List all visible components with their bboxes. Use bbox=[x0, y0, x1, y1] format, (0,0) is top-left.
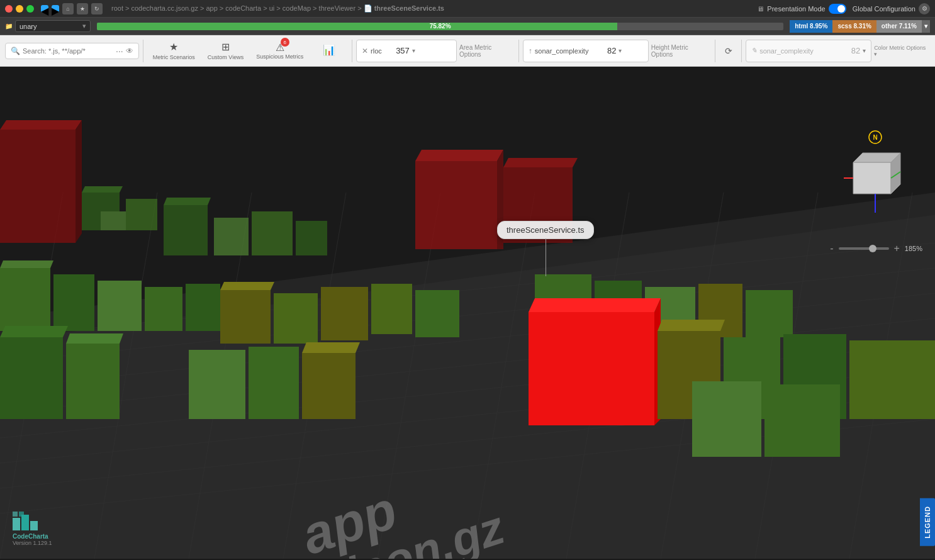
maximize-button[interactable] bbox=[26, 5, 34, 13]
svg-marker-25 bbox=[82, 186, 123, 193]
home-button[interactable]: ⌂ bbox=[62, 3, 74, 14]
color-metric-options-label[interactable]: Color Metric Options ▾ bbox=[873, 45, 930, 57]
back-button[interactable]: ◀ bbox=[41, 5, 48, 13]
search-settings-icon[interactable]: 👁 bbox=[126, 47, 133, 55]
file-selector-arrow-icon: ▾ bbox=[82, 22, 86, 30]
chart-button[interactable]: 📊 bbox=[310, 42, 348, 60]
presentation-mode-label: Presentation Mode bbox=[767, 5, 825, 13]
logo-title: CodeCharta bbox=[13, 533, 52, 540]
svg-marker-58 bbox=[66, 333, 123, 344]
progress-track: 75.82% bbox=[97, 23, 783, 30]
svg-rect-54 bbox=[746, 290, 793, 337]
node-tooltip: threeSceneService.ts bbox=[497, 221, 594, 239]
viewport: app ta.cc.json.gz threeSceneService.ts N bbox=[0, 67, 935, 559]
city-map[interactable]: app ta.cc.json.gz bbox=[0, 67, 935, 559]
top-right-controls: 🖥 Presentation Mode Global Configuration… bbox=[757, 3, 930, 14]
bookmark-button[interactable]: ★ bbox=[77, 3, 88, 14]
zoom-slider[interactable] bbox=[839, 247, 889, 250]
svg-rect-72 bbox=[764, 384, 840, 457]
search-options-icon[interactable]: ··· bbox=[116, 46, 123, 56]
file-selector[interactable]: unary ▾ bbox=[15, 20, 91, 32]
toolbar-separator-2 bbox=[352, 40, 352, 62]
svg-marker-39 bbox=[0, 260, 53, 268]
area-metric-name: rloc bbox=[371, 47, 382, 55]
area-metric-options-label[interactable]: Area Metric Options bbox=[458, 44, 515, 58]
chart-icon: 📊 bbox=[323, 44, 335, 56]
svg-rect-40 bbox=[53, 274, 94, 331]
refresh-nav-button[interactable]: ↻ bbox=[91, 3, 103, 14]
svg-marker-64 bbox=[529, 298, 661, 312]
file-badges: html 8.95% scss 8.31% other 7.11% ▾ bbox=[790, 20, 930, 33]
html-badge[interactable]: html 8.95% bbox=[790, 20, 832, 33]
codecharta-logo: CodeCharta Version 1.129.1 bbox=[13, 512, 52, 546]
custom-views-button[interactable]: ⊞ Custom Views bbox=[202, 38, 250, 63]
svg-marker-45 bbox=[220, 282, 274, 290]
suspicious-metrics-label: Suspicious Metrics bbox=[256, 53, 303, 60]
svg-rect-32 bbox=[296, 221, 327, 255]
close-button[interactable] bbox=[5, 5, 13, 13]
nav-cube[interactable]: N bbox=[841, 130, 910, 221]
svg-rect-46 bbox=[274, 293, 318, 344]
height-metric-value: 82 bbox=[591, 46, 616, 55]
svg-rect-27 bbox=[101, 211, 126, 230]
zoom-controls: - + 185% bbox=[830, 243, 922, 254]
refresh-button[interactable]: ⟳ bbox=[719, 42, 737, 60]
suspicious-metrics-button[interactable]: ⚠ 6 Suspicious Metrics bbox=[250, 39, 309, 62]
zoom-in-button[interactable]: + bbox=[894, 243, 900, 254]
current-file-label: 📄 threeSceneService.ts bbox=[364, 4, 444, 12]
progress-fill bbox=[97, 23, 617, 30]
svg-rect-33 bbox=[415, 161, 497, 249]
height-metric-section: ↑ sonar_complexity 82 ▾ bbox=[523, 40, 649, 62]
svg-rect-38 bbox=[0, 268, 50, 331]
svg-rect-49 bbox=[415, 290, 459, 337]
area-metric-value: 357 bbox=[384, 46, 410, 55]
area-metric-dropdown-icon[interactable]: ▾ bbox=[412, 47, 415, 54]
scss-badge[interactable]: scss 8.31% bbox=[832, 20, 876, 33]
zoom-out-button[interactable]: - bbox=[830, 243, 833, 254]
svg-rect-85 bbox=[30, 521, 38, 530]
presentation-mode-toggle[interactable] bbox=[829, 4, 846, 14]
global-config-control[interactable]: Global Configuration ⚙ bbox=[853, 3, 930, 14]
svg-marker-29 bbox=[164, 198, 211, 205]
svg-rect-44 bbox=[220, 290, 271, 344]
presentation-mode-control[interactable]: 🖥 Presentation Mode bbox=[757, 4, 846, 14]
custom-views-icon: ⊞ bbox=[221, 41, 230, 53]
height-metric-options-label[interactable]: Height Metric Options bbox=[650, 44, 711, 58]
toolbar-separator-5 bbox=[741, 40, 742, 62]
svg-rect-31 bbox=[252, 211, 293, 255]
forward-button[interactable]: ▶ bbox=[52, 5, 59, 13]
custom-views-label: Custom Views bbox=[208, 54, 244, 60]
svg-marker-56 bbox=[0, 326, 68, 337]
toolbar: 🔍 ··· 👁 ★ Metric Scenarios ⊞ Custom View… bbox=[0, 35, 935, 67]
file-selector-label: unary bbox=[20, 23, 37, 30]
minimize-button[interactable] bbox=[16, 5, 23, 13]
svg-rect-43 bbox=[186, 284, 220, 331]
color-metric-dropdown-icon[interactable]: ▾ bbox=[863, 47, 866, 54]
search-section[interactable]: 🔍 ··· 👁 bbox=[5, 43, 139, 59]
svg-rect-42 bbox=[145, 287, 182, 331]
legend-button[interactable]: LEGEND bbox=[920, 498, 935, 546]
search-input[interactable] bbox=[23, 47, 113, 55]
progress-area: 75.82% bbox=[97, 20, 783, 33]
other-badge[interactable]: other 7.11% bbox=[876, 20, 922, 33]
color-metric-pencil-icon: ✎ bbox=[751, 47, 757, 55]
height-metric-name: sonar_complexity bbox=[535, 47, 589, 55]
zoom-thumb bbox=[869, 245, 876, 252]
svg-rect-86 bbox=[13, 512, 18, 517]
file-bar: 📁 unary ▾ 75.82% html 8.95% scss 8.31% o… bbox=[0, 18, 935, 35]
svg-rect-60 bbox=[249, 347, 299, 419]
breadcrumb-path: root > codecharta.cc.json.gz > app > cod… bbox=[111, 4, 362, 12]
height-metric-dropdown-icon[interactable]: ▾ bbox=[619, 47, 622, 54]
svg-rect-55 bbox=[0, 337, 63, 419]
svg-rect-71 bbox=[692, 381, 761, 457]
badges-dropdown[interactable]: ▾ bbox=[922, 20, 930, 33]
svg-rect-59 bbox=[189, 350, 245, 419]
orientation-cube[interactable] bbox=[841, 150, 910, 219]
logo-image bbox=[13, 512, 52, 530]
global-config-label: Global Configuration bbox=[853, 5, 915, 13]
svg-rect-26 bbox=[126, 199, 157, 230]
global-config-gear-icon[interactable]: ⚙ bbox=[919, 3, 930, 14]
metric-scenarios-button[interactable]: ★ Metric Scenarios bbox=[147, 38, 201, 63]
svg-rect-83 bbox=[13, 518, 20, 530]
svg-rect-30 bbox=[214, 218, 249, 255]
